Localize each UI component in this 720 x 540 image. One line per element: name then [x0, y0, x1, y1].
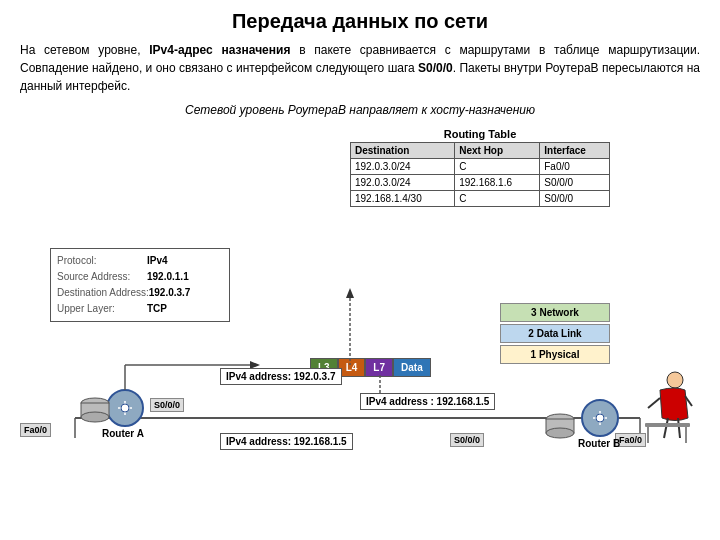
cell: Fa0/0	[540, 159, 610, 175]
cell: 192.0.3.0/24	[351, 175, 455, 191]
protocol-value: IPv4	[147, 253, 168, 269]
packet-info-box: Protocol: IPv4 Source Address: 192.0.1.1…	[50, 248, 230, 322]
svg-point-23	[667, 372, 683, 388]
svg-point-11	[81, 412, 109, 422]
routing-table: Destination Next Hop Interface 192.0.3.0…	[350, 142, 610, 207]
svg-marker-20	[346, 288, 354, 298]
iface-fa0-0-left: Fa0/0	[20, 423, 51, 437]
svg-line-24	[664, 418, 668, 438]
iface-s0-0-0-left: S0/0/0	[150, 398, 184, 412]
protocol-label: Protocol:	[57, 253, 147, 269]
cell: S0/0/0	[540, 191, 610, 207]
ipv4-above-wire: IPv4 address: 192.0.3.7	[220, 368, 342, 385]
routing-table-title: Routing Table	[350, 128, 610, 140]
svg-point-5	[582, 400, 618, 436]
upper-value: TCP	[147, 301, 167, 317]
col-destination: Destination	[351, 143, 455, 159]
svg-point-12	[546, 414, 574, 424]
cell: S0/0/0	[540, 175, 610, 191]
router-b-label: Router B	[578, 438, 620, 449]
diagram-area: Сетевой уровень РоутераВ направляет к хо…	[20, 103, 700, 453]
table-row: 192.0.3.0/24 192.168.1.6 S0/0/0	[351, 175, 610, 191]
router-a-label: Router A	[102, 428, 144, 439]
source-value: 192.0.1.1	[147, 269, 189, 285]
col-nexthop: Next Hop	[455, 143, 540, 159]
col-interface: Interface	[540, 143, 610, 159]
cell: 192.168.1.6	[455, 175, 540, 191]
dest-label: Destination Address:	[57, 285, 149, 301]
diagram-subtitle: Сетевой уровень РоутераВ направляет к хо…	[20, 103, 700, 117]
svg-rect-28	[645, 423, 690, 427]
osi-layer-2: 2 Data Link	[500, 324, 610, 343]
strip-data: Data	[393, 358, 431, 377]
osi-layer-1: 1 Physical	[500, 345, 610, 364]
svg-line-25	[678, 418, 680, 438]
source-label: Source Address:	[57, 269, 147, 285]
iface-s0-0-0-right: S0/0/0	[450, 433, 484, 447]
strip-l7: L7	[365, 358, 393, 377]
svg-point-9	[81, 398, 109, 408]
cell: 192.168.1.4/30	[351, 191, 455, 207]
table-row: 192.0.3.0/24 C Fa0/0	[351, 159, 610, 175]
dest-value: 192.0.3.7	[149, 285, 191, 301]
svg-line-26	[648, 398, 660, 408]
svg-point-14	[546, 428, 574, 438]
cell: C	[455, 191, 540, 207]
cell: C	[455, 159, 540, 175]
svg-rect-10	[81, 403, 109, 417]
page-title: Передача данных по сети	[20, 10, 700, 33]
cell: 192.0.3.0/24	[351, 159, 455, 175]
ipv4-middle: IPv4 address : 192.168.1.5	[360, 393, 495, 410]
strip-l4: L4	[338, 358, 366, 377]
intro-text: На сетевом уровне, IPv4-адрес назначения…	[20, 41, 700, 95]
ipv4-below: IPv4 address: 192.168.1.5	[220, 433, 353, 450]
person-icon	[640, 368, 695, 448]
osi-layers: 3 Network 2 Data Link 1 Physical	[500, 303, 610, 364]
svg-point-8	[596, 414, 604, 422]
svg-point-1	[107, 390, 143, 426]
page-container: Передача данных по сети На сетевом уровн…	[0, 0, 720, 540]
svg-rect-13	[546, 419, 574, 433]
routing-table-container: Routing Table Destination Next Hop Inter…	[350, 128, 610, 207]
table-row: 192.168.1.4/30 C S0/0/0	[351, 191, 610, 207]
svg-point-4	[121, 404, 129, 412]
osi-layer-3: 3 Network	[500, 303, 610, 322]
upper-label: Upper Layer:	[57, 301, 147, 317]
